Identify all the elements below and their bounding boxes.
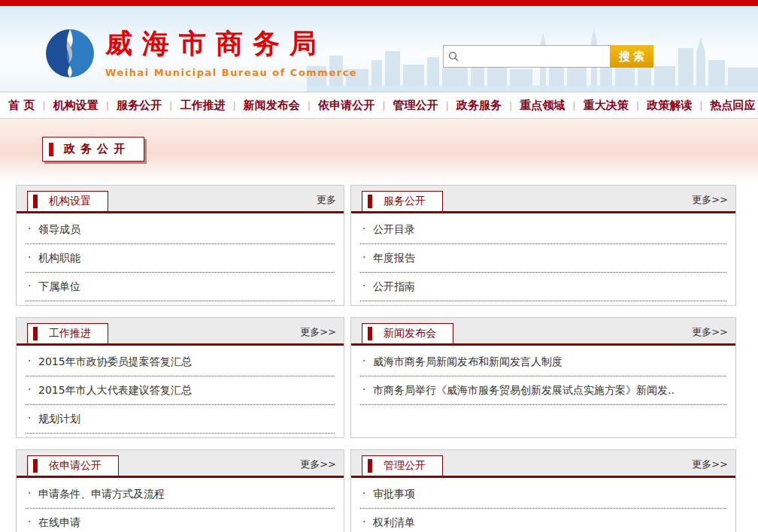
- red-tick-icon: [368, 327, 372, 340]
- list-item[interactable]: 年度报告: [360, 244, 726, 273]
- more-link[interactable]: 更多: [317, 193, 336, 207]
- list-item[interactable]: 在线申请: [26, 509, 335, 532]
- nav-item-fuwugongkai[interactable]: 服务公开: [114, 98, 177, 113]
- panel-header: 机构设置 更多: [17, 186, 344, 213]
- nav-item-zhongdianlingyu[interactable]: 重点领域: [517, 98, 581, 113]
- nav-item-home[interactable]: 首 页: [6, 98, 51, 113]
- more-link[interactable]: 更多>>: [300, 458, 336, 471]
- list-item[interactable]: 公开目录: [360, 216, 726, 244]
- panel-xinwenfabuhui: 新闻发布会 更多>> 威海市商务局新闻发布和新闻发言人制度 市商务局举行《威海市…: [350, 317, 736, 438]
- panel-title-label: 管理公开: [384, 459, 426, 473]
- list-item[interactable]: 2015年市政协委员提案答复汇总: [26, 348, 335, 376]
- site-subtitle-en: Weihai Municipal Bureau of Commerce: [105, 67, 357, 78]
- panel-list: 审批事项 权利清单: [351, 478, 735, 532]
- nav-item-zhongdajuece[interactable]: 重大决策: [581, 98, 644, 113]
- site-header: 威海市商务局 Weihai Municipal Bureau of Commer…: [0, 6, 758, 92]
- bureau-logo-icon[interactable]: [45, 29, 95, 78]
- main-nav: 首 页 机构设置 服务公开 工作推进 新闻发布会 依申请公开 管理公开 政务服务…: [0, 92, 758, 119]
- nav-item-zhengwufuwu[interactable]: 政务服务: [454, 98, 517, 113]
- panel-fuwugongkai: 服务公开 更多>> 公开目录 年度报告 公开指南: [350, 185, 736, 306]
- more-link[interactable]: 更多>>: [300, 325, 336, 339]
- panel-title[interactable]: 新闻发布会: [362, 323, 453, 344]
- red-tick-icon: [33, 327, 38, 340]
- nav-item-redianhuiying[interactable]: 热点回应: [708, 98, 758, 113]
- panel-row-3: 依申请公开 更多>> 申请条件、申请方式及流程 在线申请 管理公开 更多>> 审…: [16, 449, 758, 532]
- panel-gongzuotuijin: 工作推进 更多>> 2015年市政协委员提案答复汇总 2015年市人大代表建议答…: [16, 317, 344, 438]
- list-item[interactable]: 规划计划: [26, 405, 335, 434]
- panel-title-label: 服务公开: [384, 195, 426, 208]
- search-bar: 搜索: [443, 45, 653, 68]
- list-item[interactable]: 威海市商务局新闻发布和新闻发言人制度: [360, 348, 726, 376]
- section-label: 政务公开: [64, 142, 130, 156]
- red-tick-icon: [368, 195, 372, 208]
- search-icon: [448, 51, 459, 62]
- top-accent-bar: [0, 0, 758, 6]
- list-item[interactable]: 申请条件、申请方式及流程: [26, 480, 335, 509]
- list-item[interactable]: 2015年市人大代表建议答复汇总: [26, 376, 335, 405]
- more-link[interactable]: 更多>>: [692, 458, 728, 471]
- list-item[interactable]: 机构职能: [26, 244, 335, 273]
- panel-header: 新闻发布会 更多>>: [351, 318, 735, 346]
- nav-item-gongzuotuijin[interactable]: 工作推进: [177, 98, 241, 113]
- nav-item-guanligongkai[interactable]: 管理公开: [391, 98, 454, 113]
- zhengwu-gongkai-button[interactable]: 政务公开: [42, 137, 144, 162]
- panel-header: 服务公开 更多>>: [351, 186, 735, 213]
- more-link[interactable]: 更多>>: [692, 193, 728, 207]
- panel-list: 申请条件、申请方式及流程 在线申请: [17, 478, 344, 532]
- panel-list: 领导成员 机构职能 下属单位: [17, 213, 344, 301]
- panel-list: 2015年市政协委员提案答复汇总 2015年市人大代表建议答复汇总 规划计划: [17, 346, 344, 434]
- list-item[interactable]: 权利清单: [360, 509, 726, 532]
- panel-row-1: 机构设置 更多 领导成员 机构职能 下属单位 服务公开 更多>> 公开目录 年度…: [16, 185, 758, 306]
- panel-title-label: 新闻发布会: [384, 327, 436, 340]
- nav-item-jigoushezhi[interactable]: 机构设置: [51, 98, 114, 113]
- nav-item-yishenqinggongkai[interactable]: 依申请公开: [316, 98, 390, 113]
- more-link[interactable]: 更多>>: [692, 325, 728, 339]
- list-item[interactable]: 领导成员: [26, 216, 335, 244]
- panel-jigoushezhi: 机构设置 更多 领导成员 机构职能 下属单位: [16, 185, 344, 306]
- panel-list: 威海市商务局新闻发布和新闻发言人制度 市商务局举行《威海市服务贸易创新发展试点实…: [351, 346, 735, 405]
- panel-grid: 机构设置 更多 领导成员 机构职能 下属单位 服务公开 更多>> 公开目录 年度…: [0, 182, 758, 532]
- panel-list: 公开目录 年度报告 公开指南: [351, 213, 735, 301]
- panel-title[interactable]: 工作推进: [27, 323, 108, 344]
- panel-title-label: 工作推进: [49, 327, 91, 340]
- brand-block: 威海市商务局 Weihai Municipal Bureau of Commer…: [45, 26, 357, 78]
- search-input[interactable]: [443, 45, 610, 68]
- panel-guanligongkai: 管理公开 更多>> 审批事项 权利清单: [350, 449, 736, 532]
- panel-title[interactable]: 管理公开: [362, 455, 443, 476]
- red-tick-icon: [33, 195, 38, 208]
- red-bar-icon: [49, 143, 53, 156]
- red-tick-icon: [33, 459, 38, 473]
- panel-header: 依申请公开 更多>>: [17, 450, 344, 478]
- panel-yishenqinggongkai: 依申请公开 更多>> 申请条件、申请方式及流程 在线申请: [16, 449, 344, 532]
- list-item[interactable]: 下属单位: [26, 273, 335, 301]
- site-title: 威海市商务局: [105, 26, 357, 62]
- panel-title-label: 机构设置: [49, 195, 91, 208]
- list-item[interactable]: 公开指南: [360, 273, 726, 301]
- nav-item-xinwenfabuhui[interactable]: 新闻发布会: [241, 98, 316, 113]
- nav-item-zhengcejiedu[interactable]: 政策解读: [644, 98, 708, 113]
- search-button[interactable]: 搜索: [610, 45, 653, 68]
- panel-title[interactable]: 机构设置: [27, 191, 108, 212]
- panel-title[interactable]: 服务公开: [362, 191, 443, 212]
- section-banner: 政务公开: [0, 119, 758, 182]
- list-item[interactable]: 审批事项: [360, 480, 726, 509]
- list-item[interactable]: 市商务局举行《威海市服务贸易创新发展试点实施方案》新闻发..: [360, 376, 726, 405]
- panel-title-label: 依申请公开: [49, 459, 102, 473]
- red-tick-icon: [368, 459, 372, 473]
- panel-header: 管理公开 更多>>: [351, 450, 735, 478]
- panel-header: 工作推进 更多>>: [17, 318, 344, 346]
- panel-title[interactable]: 依申请公开: [27, 455, 119, 476]
- panel-row-2: 工作推进 更多>> 2015年市政协委员提案答复汇总 2015年市人大代表建议答…: [16, 317, 758, 438]
